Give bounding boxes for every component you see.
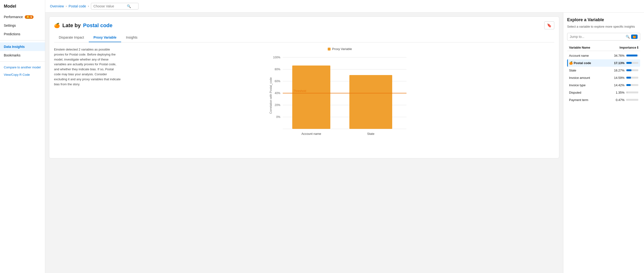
- svg-text:40%: 40%: [275, 92, 280, 95]
- var-name-label: Invoice amount: [569, 76, 613, 80]
- variable-row[interactable]: Invoice amount14.59%: [567, 74, 640, 82]
- var-table-header: Variable Name Importance ℹ: [567, 44, 640, 51]
- var-name-label: State: [569, 69, 613, 72]
- chart-svg-container: 100% 80% 60% 40% 20% 0%: [126, 53, 554, 153]
- card-title: 🍊 Late by Postal code: [54, 22, 112, 29]
- variable-row[interactable]: Invoice type14.42%: [567, 82, 640, 89]
- var-bar: [626, 62, 632, 64]
- svg-text:0%: 0%: [276, 115, 280, 119]
- tab-disparate-impact[interactable]: Disparate Impact: [54, 33, 89, 42]
- chart-card: 🍊 Late by Postal code 🔖 Disparate Impact…: [49, 17, 559, 158]
- var-pct: 14.59%: [613, 76, 624, 80]
- explore-title: Explore a Variable: [567, 17, 640, 22]
- variable-table: Variable Name Importance ℹ Account name3…: [567, 44, 640, 104]
- sidebar-item-bookmarks[interactable]: Bookmarks: [0, 51, 45, 60]
- var-right: 16.27%: [613, 69, 638, 72]
- sidebar-item-label: Performance: [4, 15, 23, 19]
- sidebar-item-settings[interactable]: Settings: [0, 21, 45, 30]
- breadcrumb-overview[interactable]: Overview: [50, 4, 64, 8]
- chart-panel: 🍊 Late by Postal code 🔖 Disparate Impact…: [45, 13, 563, 273]
- svg-text:State: State: [367, 132, 374, 136]
- chart-area: Proxy Variable: [126, 47, 554, 153]
- var-bar: [626, 55, 637, 57]
- var-name-label: Invoice type: [569, 83, 613, 87]
- jump-filter-btn[interactable]: 🍊: [631, 35, 638, 39]
- jump-search[interactable]: 🔍 🍊: [567, 33, 640, 41]
- var-pct: 0.47%: [613, 98, 624, 102]
- legend-label: Proxy Variable: [332, 47, 352, 51]
- var-right: 0.47%: [613, 98, 638, 102]
- var-bar: [626, 84, 631, 86]
- variable-row[interactable]: 🍊 Postal code17.13%: [567, 59, 640, 67]
- breadcrumb: Overview › Postal code › 🔍: [45, 0, 644, 13]
- tab-content: Einstein detected 2 variables as possibl…: [54, 47, 554, 153]
- var-pct: 14.42%: [613, 83, 624, 87]
- var-bar: [626, 77, 631, 79]
- performance-badge: 🔔 5: [25, 15, 34, 19]
- tab-insights[interactable]: Insights: [121, 33, 142, 42]
- sidebar-item-predictions[interactable]: Predictions: [0, 30, 45, 38]
- card-tabs: Disparate Impact Proxy Variable Insights: [54, 33, 554, 42]
- var-right: 14.42%: [613, 83, 638, 87]
- variable-row[interactable]: Disputed1.35%: [567, 89, 640, 96]
- var-bar-container: [626, 92, 638, 93]
- bookmark-button[interactable]: 🔖: [544, 22, 554, 29]
- svg-text:100%: 100%: [273, 56, 280, 59]
- var-right: 14.59%: [613, 76, 638, 80]
- variable-rows: Account name34.76%🍊 Postal code17.13%Sta…: [567, 52, 640, 104]
- var-name-label: Account name: [569, 54, 613, 57]
- svg-text:Account name: Account name: [301, 132, 321, 136]
- importance-info-icon: ℹ: [637, 46, 638, 49]
- chart-legend: Proxy Variable: [126, 47, 554, 51]
- card-icon: 🍊: [54, 23, 60, 28]
- explore-subtitle: Select a variable to explore more specif…: [567, 24, 640, 29]
- tab-proxy-variable[interactable]: Proxy Variable: [89, 33, 121, 42]
- breadcrumb-search-icon: 🔍: [127, 4, 131, 8]
- var-name-label: Disputed: [569, 91, 613, 94]
- var-right: 34.76%: [613, 54, 638, 57]
- var-pct: 17.13%: [613, 61, 624, 65]
- var-bar-container: [626, 55, 638, 57]
- proxy-chart-svg: 100% 80% 60% 40% 20% 0%: [126, 53, 554, 153]
- svg-text:Threshold: Threshold: [294, 89, 306, 93]
- card-title-prefix: Late by: [62, 22, 81, 29]
- var-right: 1.35%: [613, 91, 638, 94]
- var-pct: 16.27%: [613, 69, 624, 72]
- compare-link[interactable]: Compare to another model: [0, 64, 45, 71]
- var-bar-container: [626, 99, 638, 101]
- breadcrumb-sep-1: ›: [66, 5, 67, 8]
- jump-input[interactable]: [570, 35, 624, 39]
- card-title-highlight: Postal code: [83, 22, 112, 29]
- var-bar-container: [626, 84, 638, 86]
- sidebar-item-label: Predictions: [4, 32, 20, 36]
- sidebar: Model Performance 🔔 5 Settings Predictio…: [0, 0, 45, 273]
- variable-row[interactable]: Account name34.76%: [567, 52, 640, 59]
- var-bar-container: [626, 62, 638, 64]
- jump-search-icon: 🔍: [626, 35, 630, 39]
- svg-text:80%: 80%: [275, 68, 280, 71]
- choose-value-input[interactable]: [94, 4, 127, 8]
- var-name-label: Payment term: [569, 98, 613, 102]
- var-bar: [626, 92, 627, 93]
- sidebar-item-performance[interactable]: Performance 🔔 5: [0, 13, 45, 21]
- right-panel: Explore a Variable Select a variable to …: [563, 13, 644, 273]
- bar-account-name: [292, 66, 330, 129]
- rcode-link[interactable]: View/Copy R Code: [0, 71, 45, 78]
- variable-row[interactable]: State16.27%: [567, 67, 640, 74]
- var-pct: 34.76%: [613, 54, 624, 57]
- proxy-description: Einstein detected 2 variables as possibl…: [54, 47, 121, 153]
- breadcrumb-postal[interactable]: Postal code: [68, 4, 86, 8]
- sidebar-item-label: Settings: [4, 24, 16, 27]
- var-right: 17.13%: [613, 61, 638, 65]
- breadcrumb-value-search[interactable]: 🔍: [91, 3, 138, 10]
- sidebar-divider-2: [0, 62, 45, 62]
- breadcrumb-sep-2: ›: [88, 5, 89, 8]
- var-bar-container: [626, 69, 638, 71]
- var-pct: 1.35%: [613, 91, 624, 94]
- svg-text:20%: 20%: [275, 103, 280, 107]
- sidebar-item-data-insights[interactable]: Data Insights: [0, 42, 45, 51]
- content-area: 🍊 Late by Postal code 🔖 Disparate Impact…: [45, 13, 644, 273]
- var-name-label: 🍊 Postal code: [569, 61, 613, 65]
- sidebar-item-label: Data Insights: [4, 45, 25, 49]
- variable-row[interactable]: Payment term0.47%: [567, 96, 640, 104]
